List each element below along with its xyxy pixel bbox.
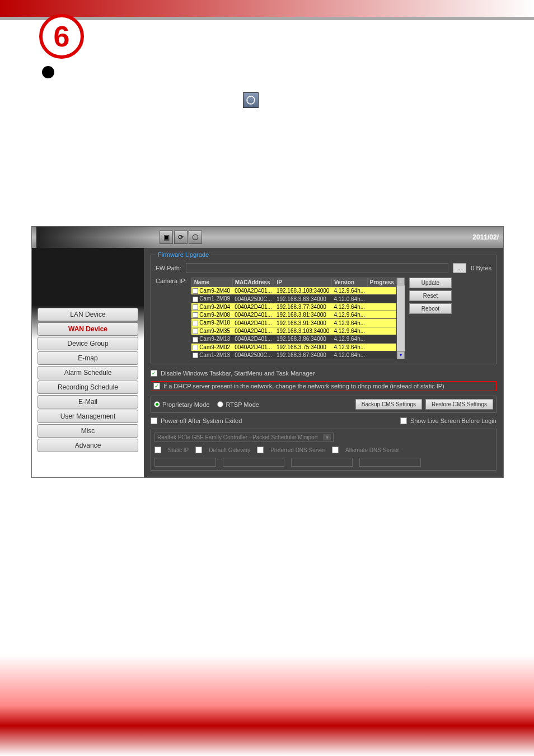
row-checkbox[interactable] xyxy=(193,345,198,350)
titlebar-btn-1[interactable]: ▣ xyxy=(160,231,173,244)
adapter-dropdown[interactable]: Realtek PCIe GBE Family Controller - Pac… xyxy=(154,433,334,442)
alt-dns-input[interactable] xyxy=(359,458,421,467)
firmware-legend: Firmware Upgrade xyxy=(156,251,211,258)
pref-dns-label: Preferred DNS Server xyxy=(270,447,325,453)
restore-button[interactable]: Restore CMS Settings xyxy=(425,399,493,410)
sidebar-email[interactable]: E-Mail xyxy=(38,395,138,408)
table-row[interactable]: Cam9-2M400040A2D401...192.168.3.108:3400… xyxy=(191,287,396,295)
row-checkbox[interactable] xyxy=(193,304,198,310)
static-ip-input[interactable] xyxy=(154,458,216,467)
network-config-row: ✓ Static IP ✓ Default Gateway ✓ Preferre… xyxy=(154,447,493,453)
main-area: LAN Device WAN Device Device Group E-map… xyxy=(32,248,503,477)
reboot-button[interactable]: Reboot xyxy=(409,303,452,314)
scroll-up[interactable]: ▴ xyxy=(397,278,405,285)
sidebar: LAN Device WAN Device Device Group E-map… xyxy=(32,248,144,477)
bullet-dot xyxy=(42,66,54,78)
col-mac[interactable]: MACAddress xyxy=(232,278,274,287)
app-window: ▣ ⟳ 2011/02/ LAN Device WAN Device Devic… xyxy=(31,226,504,478)
disable-taskbar-checkbox[interactable]: ✓ xyxy=(151,370,157,377)
reset-button[interactable]: Reset xyxy=(409,290,452,301)
default-gw-input[interactable] xyxy=(223,458,284,467)
svg-point-1 xyxy=(193,234,198,240)
power-live-row: ✓ Power off After System Exited ✓ Show L… xyxy=(151,417,496,424)
proprietary-radio-dot xyxy=(154,401,160,407)
row-checkbox[interactable] xyxy=(193,297,198,302)
sidebar-device-group[interactable]: Device Group xyxy=(38,337,138,350)
row-checkbox[interactable] xyxy=(193,312,198,318)
mode-row: Proprietary Mode RTSP Mode Backup CMS Se… xyxy=(151,396,496,413)
table-row[interactable]: Cam1-2M130040A2500C...192.168.3.67:34000… xyxy=(191,351,396,359)
network-inputs-row xyxy=(154,458,493,467)
poweroff-checkbox[interactable]: ✓ xyxy=(151,417,157,424)
titlebar: ▣ ⟳ 2011/02/ xyxy=(32,227,503,248)
action-buttons: Update Reset Reboot xyxy=(409,278,452,314)
update-button[interactable]: Update xyxy=(409,278,452,288)
alt-dns-checkbox[interactable]: ✓ xyxy=(332,447,339,453)
bottom-gradient xyxy=(0,655,534,756)
titlebar-date: 2011/02/ xyxy=(472,233,499,241)
table-row[interactable]: Cam9-2M180040A2D401...192.168.3.91:34000… xyxy=(191,319,396,327)
table-row[interactable]: Cam9-2M040040A2D401...192.168.3.77:34000… xyxy=(191,303,396,311)
network-fieldset: Realtek PCIe GBE Family Controller - Pac… xyxy=(151,429,496,471)
rtsp-radio[interactable]: RTSP Mode xyxy=(217,401,259,408)
showlive-label: Show Live Screen Before Login xyxy=(410,417,496,424)
col-progress[interactable]: Progress xyxy=(367,278,396,287)
table-scrollbar[interactable]: ▴ ▾ xyxy=(397,278,405,359)
dhcp-label: If a DHCP server present in the network,… xyxy=(163,383,444,389)
disable-taskbar-row: ✓ Disable Windows Taskbar, StartMenu and… xyxy=(151,370,496,377)
col-version[interactable]: Version xyxy=(331,278,367,287)
rtsp-label: RTSP Mode xyxy=(226,401,259,408)
content-panel: Firmware Upgrade FW Path: ... 0 Bytes Ca… xyxy=(144,248,503,477)
chapter-badge: 6 xyxy=(39,14,84,59)
pref-dns-checkbox[interactable]: ✓ xyxy=(257,447,264,453)
alt-dns-label: Alternate DNS Server xyxy=(345,447,399,453)
table-row[interactable]: Cam9-2M020040A2D401...192.168.3.75:34000… xyxy=(191,343,396,351)
table-row[interactable]: Cam9-2M130040A2D401...192.168.3.86:34000… xyxy=(191,335,396,343)
dhcp-checkbox[interactable]: ✓ xyxy=(153,383,160,389)
row-checkbox[interactable] xyxy=(193,337,198,342)
rtsp-radio-dot xyxy=(217,401,223,407)
titlebar-dark-left xyxy=(36,227,160,248)
fw-path-label: FW Path: xyxy=(156,265,181,271)
camera-table: Name MACAddress IP Version Progress Cam9… xyxy=(191,278,397,359)
default-gw-checkbox[interactable]: ✓ xyxy=(195,447,202,453)
default-gw-label: Default Gateway xyxy=(209,447,250,453)
row-checkbox[interactable] xyxy=(193,321,198,326)
col-ip[interactable]: IP xyxy=(274,278,332,287)
sidebar-advance[interactable]: Advance xyxy=(38,439,138,452)
sidebar-recording-schedule[interactable]: Recording Schedule xyxy=(38,381,138,394)
table-row[interactable]: Cam9-2M080040A2D401...192.168.3.81:34000… xyxy=(191,311,396,319)
showlive-checkbox[interactable]: ✓ xyxy=(400,417,407,424)
titlebar-btn-advance[interactable] xyxy=(189,231,202,244)
sidebar-wan-device[interactable]: WAN Device xyxy=(38,322,138,336)
chapter-number: 6 xyxy=(54,20,70,53)
sidebar-alarm-schedule[interactable]: Alarm Schedule xyxy=(38,366,138,379)
fw-path-input[interactable] xyxy=(186,263,448,273)
row-checkbox[interactable] xyxy=(193,353,198,358)
browse-button[interactable]: ... xyxy=(453,263,466,273)
sidebar-user-management[interactable]: User Management xyxy=(38,410,138,423)
top-gradient-bar xyxy=(0,0,534,17)
sidebar-emap[interactable]: E-map xyxy=(38,351,138,365)
proprietary-radio[interactable]: Proprietary Mode xyxy=(154,401,209,408)
camera-table-row: Camera IP: Name MACAddress IP Version xyxy=(156,278,491,359)
static-ip-checkbox[interactable]: ✓ xyxy=(154,447,161,453)
col-name[interactable]: Name xyxy=(191,278,232,287)
gray-divider xyxy=(0,17,534,20)
sidebar-lan-device[interactable]: LAN Device xyxy=(38,308,138,321)
fw-size: 0 Bytes xyxy=(471,265,491,271)
firmware-upgrade-fieldset: Firmware Upgrade FW Path: ... 0 Bytes Ca… xyxy=(151,255,496,364)
table-row[interactable]: Cam9-2M350040A2D401...192.168.3.103:3400… xyxy=(191,327,396,335)
row-checkbox[interactable] xyxy=(193,328,198,334)
advance-icon xyxy=(243,92,259,108)
poweroff-label: Power off After System Exited xyxy=(161,417,242,424)
row-checkbox[interactable] xyxy=(193,288,198,294)
pref-dns-input[interactable] xyxy=(291,458,353,467)
sidebar-misc[interactable]: Misc xyxy=(38,424,138,438)
table-row[interactable]: Cam1-2M090040A2500C...192.168.3.63:34000… xyxy=(191,295,396,303)
backup-button[interactable]: Backup CMS Settings xyxy=(355,399,422,410)
camera-ip-label: Camera IP: xyxy=(156,278,187,284)
titlebar-btn-2[interactable]: ⟳ xyxy=(174,231,188,244)
static-ip-label: Static IP xyxy=(168,447,189,453)
scroll-down[interactable]: ▾ xyxy=(397,351,405,359)
